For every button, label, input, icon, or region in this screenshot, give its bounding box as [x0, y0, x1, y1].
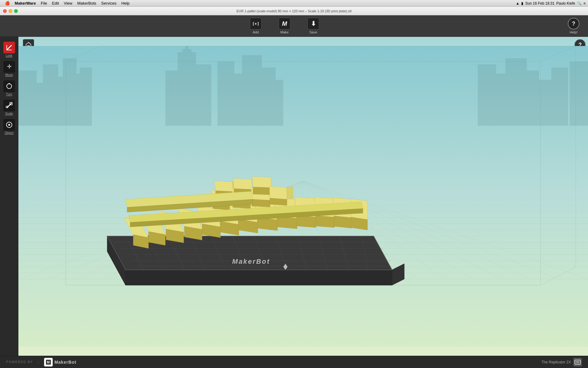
svg-marker-132 — [214, 181, 233, 192]
look-label: Look — [6, 54, 13, 57]
move-label: Move — [5, 73, 13, 77]
look-tool[interactable]: Look — [2, 40, 16, 59]
svg-rect-24 — [165, 71, 179, 126]
svg-marker-147 — [287, 186, 293, 199]
3d-viewport[interactable]: Home View ? Help! — [18, 37, 588, 356]
bottom-separator: | — [38, 360, 39, 364]
replicator-name: The Replicator 2X — [541, 360, 571, 364]
window-controls — [3, 9, 18, 13]
object-icon — [3, 119, 15, 131]
powered-by-section: POWERED BY | M MakerBot — [6, 358, 76, 366]
turn-icon — [3, 80, 15, 92]
svg-rect-155 — [576, 361, 579, 363]
svg-line-0 — [7, 45, 12, 50]
menu-bar: 🍎 MakerWare File Edit View MakerBots Ser… — [0, 0, 588, 7]
menu-file[interactable]: File — [38, 0, 50, 7]
makerbot-brand: MakerBot — [55, 360, 77, 365]
menu-apple[interactable]: 🍎 — [2, 0, 12, 7]
main-area: Look ✛ Move Turn — [0, 37, 588, 356]
object-label: Object — [5, 131, 13, 135]
object-tool[interactable]: Object — [2, 118, 16, 136]
battery-icon: ▮ — [521, 1, 523, 6]
svg-point-3 — [9, 83, 10, 84]
svg-rect-36 — [570, 61, 588, 126]
help-toolbar-button[interactable]: ? Help! — [564, 17, 583, 35]
svg-rect-35 — [551, 67, 568, 126]
svg-marker-141 — [252, 199, 270, 207]
help-toolbar-icon: ? — [568, 18, 579, 29]
hamburger-icon[interactable]: ≡ — [583, 1, 586, 6]
svg-marker-120 — [277, 217, 297, 229]
add-label: Add — [253, 30, 259, 34]
svg-rect-27 — [242, 55, 262, 126]
save-button[interactable]: ⬇ Save — [304, 17, 323, 35]
svg-point-8 — [8, 124, 10, 126]
move-tool[interactable]: ✛ Move — [2, 60, 16, 78]
svg-marker-79 — [126, 270, 392, 285]
3d-scene-svg: MakerBot — [18, 37, 588, 356]
clock: Sun 16 Feb 18:31 — [525, 1, 554, 6]
svg-rect-19 — [80, 67, 92, 126]
wifi-icon: ▲ — [516, 1, 519, 6]
svg-marker-138 — [233, 178, 252, 190]
make-label: Make — [281, 30, 289, 34]
makerbot-logo-icon: M — [44, 358, 53, 366]
svg-marker-124 — [315, 216, 334, 228]
window-title: EUR 1-pallet (scale-model) 80 mm × 120 m… — [236, 9, 352, 13]
svg-text:✛: ✛ — [7, 63, 11, 70]
svg-text:MakerBot: MakerBot — [232, 258, 270, 265]
svg-marker-143 — [252, 177, 271, 188]
add-button[interactable]: [+] Add — [246, 17, 265, 35]
svg-rect-32 — [505, 58, 527, 126]
tools-sidebar: Look ✛ Move Turn — [0, 37, 18, 356]
search-icon[interactable]: 🔍 — [577, 1, 582, 6]
svg-rect-22 — [185, 46, 188, 52]
menu-edit[interactable]: Edit — [50, 0, 61, 7]
move-icon: ✛ — [3, 61, 15, 73]
app-toolbar: [+] Add M Make ⬇ Save ? Help! — [0, 15, 588, 37]
close-button[interactable] — [3, 9, 7, 13]
bottom-bar: POWERED BY | M MakerBot The Replicator 2… — [0, 356, 588, 368]
menu-makerware[interactable]: MakerWare — [12, 0, 38, 7]
replicator-info: The Replicator 2X — [541, 358, 582, 366]
svg-rect-29 — [273, 80, 283, 126]
turn-tool[interactable]: Turn — [2, 79, 16, 97]
svg-marker-146 — [270, 198, 287, 205]
svg-rect-20 — [178, 52, 196, 126]
scale-tool[interactable]: Scale — [2, 98, 16, 117]
replicator-icon — [573, 358, 582, 366]
svg-text:M: M — [47, 360, 50, 364]
username: Paulo Kiefe — [556, 1, 575, 6]
maximize-button[interactable] — [14, 9, 18, 13]
scale-icon — [3, 100, 15, 111]
look-icon — [3, 42, 15, 53]
menu-help[interactable]: Help — [119, 0, 132, 7]
menu-services[interactable]: Services — [99, 0, 119, 7]
minimize-button[interactable] — [9, 9, 12, 13]
svg-marker-122 — [296, 216, 316, 228]
svg-rect-34 — [539, 80, 551, 126]
make-icon: M — [279, 18, 290, 29]
svg-marker-126 — [334, 216, 352, 228]
menu-makerbots[interactable]: MakerBots — [75, 0, 99, 7]
svg-rect-33 — [524, 71, 539, 126]
svg-rect-25 — [217, 61, 234, 126]
svg-point-2 — [7, 84, 12, 89]
scale-label: Scale — [5, 112, 13, 115]
svg-marker-144 — [253, 187, 271, 195]
svg-rect-31 — [493, 74, 507, 126]
svg-rect-23 — [196, 64, 211, 126]
save-label: Save — [309, 30, 317, 34]
toolbar-center: [+] Add M Make ⬇ Save — [5, 17, 564, 35]
svg-marker-145 — [270, 186, 287, 199]
make-button[interactable]: M Make — [275, 17, 294, 35]
powered-by-text: POWERED BY — [6, 360, 33, 364]
makerbot-logo: M MakerBot — [44, 358, 77, 366]
title-bar: EUR 1-pallet (scale-model) 80 mm × 120 m… — [0, 7, 588, 15]
turn-label: Turn — [6, 93, 12, 96]
add-icon: [+] — [250, 18, 262, 29]
save-icon: ⬇ — [307, 18, 319, 29]
svg-rect-6 — [6, 106, 8, 108]
menu-view[interactable]: View — [61, 0, 75, 7]
menubar-right: ▲ ▮ Sun 16 Feb 18:31 Paulo Kiefe 🔍 ≡ — [516, 1, 586, 6]
